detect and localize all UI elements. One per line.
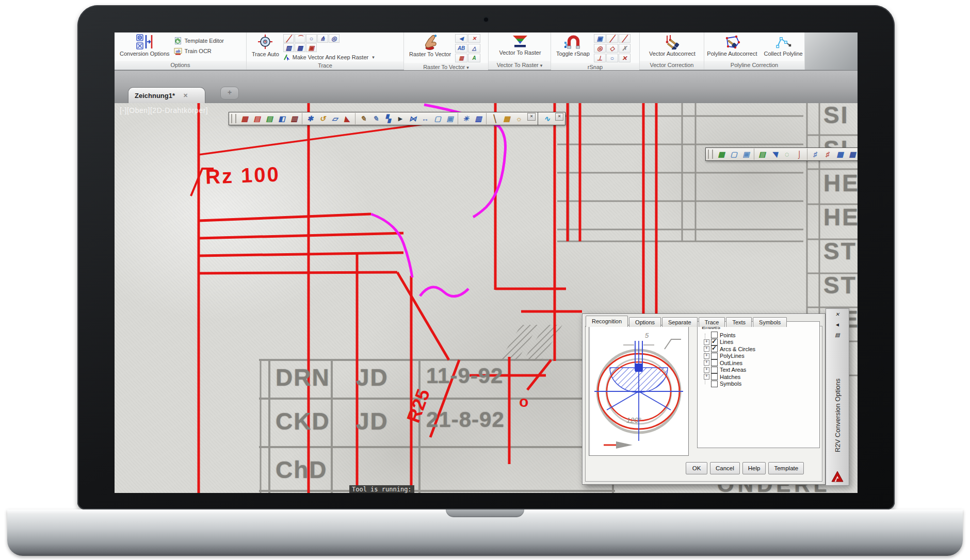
copy-region-icon[interactable]: ▢ <box>431 113 444 124</box>
rsnap-perpendicular-icon[interactable]: ⊥ <box>594 54 606 62</box>
toolbar-close-icon[interactable]: ✕ <box>555 113 563 121</box>
show-vector-icon[interactable]: ◥ <box>768 149 781 160</box>
rsnap-tangent-icon[interactable]: ○ <box>606 54 618 62</box>
vectorize-search-icon[interactable]: ◎ <box>329 34 340 43</box>
expand-icon[interactable] <box>704 367 709 373</box>
entity-checkbox[interactable] <box>711 373 718 380</box>
viewport-controls-label[interactable]: [-][Oben][2D-Drahtkörper] <box>120 106 208 114</box>
palette-convert-icon[interactable]: ▥ <box>455 54 467 62</box>
paste-region-icon[interactable]: ▣ <box>444 113 456 124</box>
entity-label[interactable]: Lines <box>720 339 733 345</box>
template-button[interactable]: Template <box>768 462 804 474</box>
entity-label[interactable]: Arcs & Circles <box>720 346 755 352</box>
entity-label[interactable]: Symbols <box>720 381 741 387</box>
select-raster-dark-icon[interactable]: ▥ <box>288 113 300 124</box>
vectorize-hatch-rect-icon[interactable]: ▨ <box>283 43 294 52</box>
tab-trace[interactable]: Trace <box>699 317 725 327</box>
tab-texts[interactable]: Texts <box>726 317 752 327</box>
mesh-d-icon[interactable]: ▦ <box>846 149 858 160</box>
image-copy-icon[interactable]: ▢ <box>728 149 740 160</box>
entity-label[interactable]: Text Areas <box>720 367 746 373</box>
dialog-properties-icon[interactable]: ▤ <box>833 332 842 339</box>
entity-checkbox[interactable] <box>711 367 718 373</box>
select-raster-red-icon[interactable]: ▤ <box>251 113 263 124</box>
entity-checkbox[interactable] <box>711 353 718 359</box>
dialog-autohide-icon[interactable]: ◄ <box>833 321 842 328</box>
collect-polyline-button[interactable]: Collect Polyline <box>762 34 805 57</box>
rsnap-segment-icon[interactable]: ╱ <box>606 34 618 43</box>
image-save-icon[interactable]: ▣ <box>740 149 752 160</box>
polyline-autocorrect-button[interactable]: Polyline Autocorrect <box>704 34 759 57</box>
histogram-icon[interactable]: ▥ <box>472 113 484 124</box>
mirror-vertical-icon[interactable]: ↔ <box>419 113 431 124</box>
pick-arrow-icon[interactable]: ► <box>394 113 407 124</box>
select-raster-blue-icon[interactable]: ◧ <box>276 113 288 124</box>
raster-to-vector-button[interactable]: Raster To Vector <box>407 34 454 58</box>
entity-checkbox[interactable] <box>711 381 718 387</box>
expand-icon[interactable] <box>704 346 709 352</box>
sun-gold-icon[interactable]: ☼ <box>513 113 525 124</box>
vectorize-line-icon[interactable]: ╱ <box>283 34 294 43</box>
entity-checkbox[interactable] <box>711 345 718 352</box>
select-text-icon[interactable]: A <box>468 54 480 62</box>
tile-view-icon[interactable]: ▚ <box>382 113 394 124</box>
mirror-horizontal-icon[interactable]: ⋈ <box>407 113 419 124</box>
entity-checkbox[interactable] <box>711 359 718 366</box>
ocr-text-icon[interactable]: AB <box>455 44 467 53</box>
brush-smooth-icon[interactable]: ✎ <box>369 113 382 124</box>
collect-polyline-mini-icon[interactable]: ∿ <box>541 113 553 124</box>
rsnap-endpoint-icon[interactable]: ▣ <box>594 34 606 43</box>
trace-auto-button[interactable]: Trace Auto <box>249 34 282 58</box>
remove-line-icon[interactable]: ✕ <box>468 34 480 43</box>
expand-icon[interactable] <box>704 360 709 366</box>
select-raster-region-icon[interactable]: ▦ <box>238 113 251 124</box>
brush-clean-icon[interactable]: ✎ <box>355 113 369 124</box>
deskew-icon[interactable]: ◣ <box>341 113 353 124</box>
vector-autocorrect-button[interactable]: Vector Autocorrect <box>646 34 698 57</box>
entity-label[interactable]: Points <box>720 332 736 338</box>
mesh-a-icon[interactable]: ♯ <box>807 149 821 160</box>
help-button[interactable]: Help <box>742 462 766 474</box>
expand-icon[interactable] <box>704 374 709 380</box>
entity-label[interactable]: PolyLines <box>720 353 745 359</box>
train-ocr-button[interactable]: ab Train OCR <box>174 46 224 56</box>
remove-triangle-icon[interactable]: △ <box>468 44 480 53</box>
rsnap-trim-icon[interactable]: ✗ <box>619 44 630 53</box>
tab-symbols[interactable]: Symbols <box>753 317 787 327</box>
rsnap-node-icon[interactable]: ◇ <box>606 44 618 53</box>
toggle-rsnap-button[interactable]: Toggle rSnap <box>554 34 592 57</box>
vectorize-arc-icon[interactable]: ⌒ <box>295 34 305 43</box>
toolbar-grip[interactable] <box>708 150 713 159</box>
drawing-canvas[interactable]: [-][Oben][2D-Drahtkörper] DRN JD 11-9-92… <box>115 103 858 493</box>
rsnap-intersection-icon[interactable]: ✕ <box>619 54 630 62</box>
tab-options[interactable]: Options <box>629 317 661 327</box>
ribbon-group-label-vector-to-raster[interactable]: Vector To Raster▾ <box>489 61 551 70</box>
entity-label[interactable]: OutLines <box>720 360 742 366</box>
tab-close-icon[interactable]: ✕ <box>183 92 188 99</box>
document-tab[interactable]: Zeichnung1* ✕ <box>128 87 205 103</box>
vectorize-hatch-region-icon[interactable]: ▩ <box>295 43 305 52</box>
expand-icon[interactable] <box>704 353 709 359</box>
region-dashed-icon[interactable]: ◌ <box>781 149 793 160</box>
raster-3d-icon[interactable]: ▱ <box>329 113 341 124</box>
vectorize-branch-icon[interactable]: ⋔ <box>317 34 328 43</box>
entity-label[interactable]: Hatches <box>720 374 740 380</box>
vector-to-raster-button[interactable]: Vector To Raster <box>496 34 543 56</box>
toolbar-grip[interactable] <box>231 114 236 123</box>
despeckle-sun-icon[interactable]: ☀ <box>458 113 472 124</box>
dialog-close-icon[interactable]: ✕ <box>833 311 842 318</box>
cancel-button[interactable]: Cancel <box>710 462 740 474</box>
select-raster-green-icon[interactable]: ▤ <box>263 113 276 124</box>
image-preview-icon[interactable]: ▦ <box>715 149 728 160</box>
node-hook-icon[interactable]: ⌡ <box>793 149 805 160</box>
rsnap-line-icon[interactable]: ╱ <box>619 34 630 43</box>
rotate-raster-icon[interactable]: ↺ <box>316 113 329 124</box>
mesh-gold-icon[interactable]: ▩ <box>500 113 513 124</box>
image-insert-icon[interactable]: ▤ <box>754 149 768 160</box>
ok-button[interactable]: OK <box>686 462 707 474</box>
new-tab-button[interactable]: + <box>220 87 239 100</box>
vectorize-frame-icon[interactable]: ▣ <box>306 43 317 52</box>
toolbar-close-icon[interactable]: ✕ <box>527 113 536 121</box>
conversion-options-button[interactable]: Conversion Options <box>117 34 172 57</box>
vectorize-circle-icon[interactable]: ○ <box>306 34 317 43</box>
